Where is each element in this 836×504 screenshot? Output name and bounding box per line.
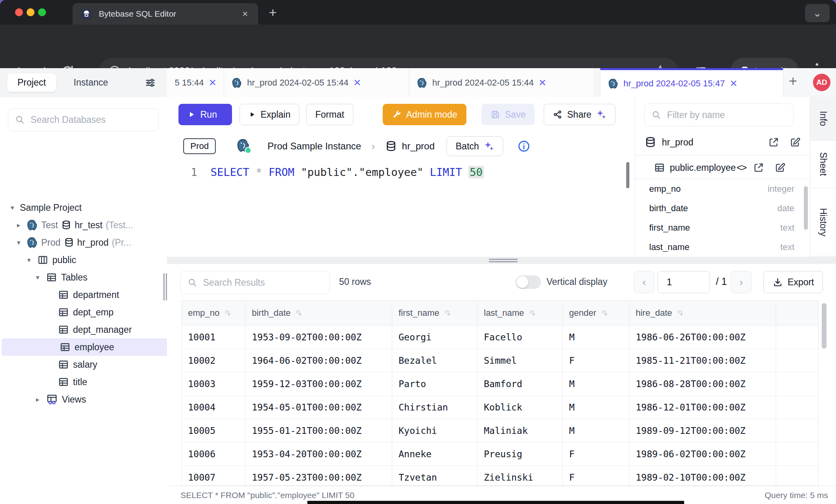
instance-name[interactable]: Prod Sample Instance: [267, 141, 361, 152]
column-header[interactable]: last_name: [477, 301, 563, 325]
vertical-display-toggle[interactable]: [516, 275, 541, 289]
results-search[interactable]: [180, 271, 330, 294]
cell[interactable]: Bezalel: [392, 349, 477, 372]
next-page-button[interactable]: ›: [731, 271, 752, 293]
cell[interactable]: Kyoichi: [392, 419, 477, 442]
cell[interactable]: 1989-06-02T00:00:00Z: [629, 443, 776, 466]
close-icon[interactable]: ✕: [209, 77, 217, 88]
cell[interactable]: M: [563, 419, 629, 442]
schema-filter-input[interactable]: [666, 109, 793, 121]
sort-icon[interactable]: [224, 309, 232, 317]
table-row[interactable]: 100041954-05-01T00:00:00ZChirstianKoblic…: [182, 396, 818, 419]
tree-item-hr-prod[interactable]: ▾ Prod hr_prod (Pr...: [0, 234, 181, 251]
cell[interactable]: F: [563, 466, 629, 489]
table-row[interactable]: 100031959-12-03T00:00:00ZPartoBamfordM19…: [182, 372, 818, 396]
cell[interactable]: 1985-11-21T00:00:00Z: [629, 349, 776, 372]
cell[interactable]: 10001: [182, 326, 245, 349]
column-row[interactable]: first_nametext: [635, 218, 810, 237]
cell[interactable]: Anneke: [392, 443, 477, 466]
table-row[interactable]: 100051955-01-21T00:00:00ZKyoichiMaliniak…: [182, 419, 818, 443]
run-button[interactable]: Run: [178, 104, 232, 125]
cell[interactable]: 1957-05-23T00:00:00Z: [245, 466, 392, 489]
cell[interactable]: Bamford: [477, 372, 563, 395]
cell[interactable]: 1989-02-10T00:00:00Z: [629, 466, 776, 489]
export-button[interactable]: Export: [763, 271, 823, 293]
column-list-scrollbar[interactable]: [804, 186, 808, 230]
cell[interactable]: 1986-12-01T00:00:00Z: [629, 396, 776, 419]
cell[interactable]: 10004: [182, 396, 245, 419]
table-row[interactable]: 100061953-04-20T00:00:00ZAnnekePreusigF1…: [182, 443, 818, 466]
info-icon[interactable]: [518, 140, 530, 153]
column-row[interactable]: last_nametext: [635, 237, 810, 257]
table-row[interactable]: 100021964-06-02T00:00:00ZBezalelSimmelF1…: [182, 349, 818, 372]
window-close-button[interactable]: [15, 8, 23, 16]
page-number-input[interactable]: [658, 271, 710, 293]
sql-code-line[interactable]: SELECT * FROM "public"."employee" LIMIT …: [211, 166, 484, 178]
tab-project[interactable]: Project: [7, 73, 56, 92]
cell[interactable]: Preusig: [477, 443, 563, 466]
editor-tab-active[interactable]: hr_prod 2024-02-05 15:47✕: [600, 68, 783, 97]
cell[interactable]: Koblick: [477, 396, 563, 419]
cell[interactable]: 1986-08-28T00:00:00Z: [629, 372, 776, 395]
sort-icon[interactable]: [443, 309, 452, 317]
sql-editor[interactable]: 1 SELECT * FROM "public"."employee" LIMI…: [167, 160, 635, 257]
schema-database-row[interactable]: hr_prod: [644, 132, 801, 153]
database-name[interactable]: hr_prod: [402, 141, 435, 152]
cell[interactable]: Parto: [392, 372, 477, 395]
sort-icon[interactable]: [600, 309, 609, 317]
edit-icon[interactable]: [790, 137, 801, 148]
cell[interactable]: 10005: [182, 419, 245, 442]
cell[interactable]: 1986-06-26T00:00:00Z: [629, 326, 776, 349]
tree-item-hr-test[interactable]: ▸ Test hr_test (Test...: [0, 216, 181, 234]
cell[interactable]: 1959-12-03T00:00:00Z: [245, 372, 392, 395]
column-header[interactable]: gender: [563, 301, 629, 325]
cell[interactable]: M: [563, 396, 629, 419]
cell[interactable]: Maliniak: [477, 419, 563, 442]
user-avatar[interactable]: AD: [813, 74, 830, 91]
cell[interactable]: 10006: [182, 443, 245, 466]
column-header[interactable]: hire_date: [629, 301, 776, 325]
schema-table-row[interactable]: public.employee <>: [654, 157, 801, 178]
window-minimize-button[interactable]: [27, 8, 35, 16]
cell[interactable]: 1964-06-02T00:00:00Z: [245, 349, 392, 372]
browser-tab[interactable]: Bytebase SQL Editor ×: [73, 3, 258, 25]
table-row[interactable]: 100011953-09-02T00:00:00ZGeorgiFacelloM1…: [182, 326, 818, 349]
panel-resize-strip[interactable]: [167, 257, 836, 264]
cell[interactable]: Chirstian: [392, 396, 477, 419]
cell[interactable]: 1953-04-20T00:00:00Z: [245, 443, 392, 466]
external-link-icon[interactable]: [768, 137, 779, 148]
tab-close-icon[interactable]: ×: [242, 8, 248, 19]
filter-sliders-icon[interactable]: [144, 77, 156, 89]
side-tab-info[interactable]: Info: [810, 97, 836, 141]
cell[interactable]: F: [563, 349, 629, 372]
editor-tab[interactable]: hr_prod 2024-02-05 15:44✕: [224, 68, 409, 97]
cell[interactable]: 10002: [182, 349, 245, 372]
column-header[interactable]: emp_no: [182, 301, 245, 325]
grid-scrollbar[interactable]: [822, 303, 826, 349]
column-row[interactable]: emp_nointeger: [635, 179, 810, 199]
cell[interactable]: Georgi: [392, 326, 477, 349]
cell[interactable]: 1954-05-01T00:00:00Z: [245, 396, 392, 419]
tab-search-chevron-button[interactable]: ⌄: [805, 4, 830, 22]
save-button[interactable]: Save: [481, 104, 535, 125]
drag-handle[interactable]: [489, 259, 518, 260]
editor-tab[interactable]: hr_prod 2024-02-05 15:44✕: [409, 68, 594, 97]
cell[interactable]: Facello: [477, 326, 563, 349]
cell[interactable]: F: [563, 443, 629, 466]
sidebar-resize-handle[interactable]: [163, 273, 165, 300]
side-tab-history[interactable]: History: [810, 188, 836, 256]
cell[interactable]: Tzvetan: [392, 466, 477, 489]
admin-mode-button[interactable]: Admin mode: [383, 104, 466, 125]
cell[interactable]: 10007: [182, 466, 245, 489]
new-sheet-icon[interactable]: +: [789, 73, 797, 90]
sort-icon[interactable]: [676, 309, 685, 317]
schema-filter[interactable]: [644, 103, 794, 126]
format-button[interactable]: Format: [306, 104, 353, 125]
database-search-input[interactable]: [30, 114, 158, 126]
tree-item-sample-project[interactable]: ▾ Sample Project: [0, 199, 175, 216]
editor-tab-partial[interactable]: 5 15:44✕: [167, 68, 224, 97]
external-link-icon[interactable]: [753, 162, 764, 173]
sort-icon[interactable]: [528, 309, 537, 317]
share-button[interactable]: Share: [544, 104, 615, 125]
cell[interactable]: M: [563, 372, 629, 395]
